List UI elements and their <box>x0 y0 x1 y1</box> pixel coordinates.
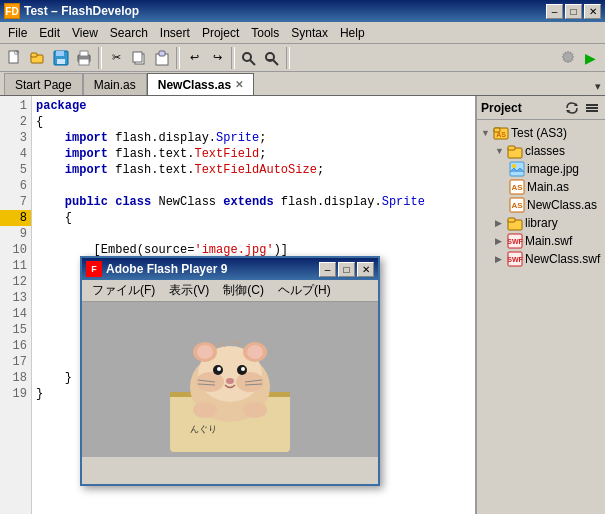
line-13: 13 <box>0 290 31 306</box>
toolbar: ✂ ↩ ↪ ▶ <box>0 44 605 72</box>
code-line-1: package <box>36 98 471 114</box>
tab-scroll-arrow[interactable]: ▾ <box>591 78 605 95</box>
minimize-button[interactable]: – <box>546 4 563 19</box>
menu-view[interactable]: View <box>66 23 104 43</box>
menu-project[interactable]: Project <box>196 23 245 43</box>
project-settings-btn[interactable] <box>583 99 601 117</box>
svg-point-42 <box>243 402 267 418</box>
flash-menu-control[interactable]: 制御(C) <box>217 280 270 301</box>
folder-library-icon <box>507 215 523 231</box>
tb-new[interactable] <box>4 47 26 69</box>
tree-label-newclass-as: NewClass.as <box>527 198 597 212</box>
svg-point-41 <box>193 402 217 418</box>
tab-start-page[interactable]: Start Page <box>4 73 83 95</box>
tb-search-files[interactable] <box>261 47 283 69</box>
tb-cut[interactable]: ✂ <box>105 47 127 69</box>
menu-bar: File Edit View Search Insert Project Too… <box>0 22 605 44</box>
code-line-9 <box>36 226 471 242</box>
tb-settings[interactable] <box>557 47 579 69</box>
tb-separator-3 <box>231 47 235 69</box>
menu-tools[interactable]: Tools <box>245 23 285 43</box>
tb-save[interactable] <box>50 47 72 69</box>
tree-expand-library[interactable]: ▶ <box>495 218 505 228</box>
maximize-button[interactable]: □ <box>565 4 582 19</box>
line-7: 7 <box>0 194 31 210</box>
menu-edit[interactable]: Edit <box>33 23 66 43</box>
tab-newclass-as[interactable]: NewClass.as ✕ <box>147 73 254 95</box>
tb-undo[interactable]: ↩ <box>183 47 205 69</box>
menu-search[interactable]: Search <box>104 23 154 43</box>
code-line-3: import flash.display.Sprite; <box>36 130 471 146</box>
tree-expand-classes[interactable]: ▼ <box>495 146 505 156</box>
svg-rect-46 <box>586 107 598 109</box>
main-as-icon: AS <box>509 179 525 195</box>
tree-item-image[interactable]: image.jpg <box>479 160 603 178</box>
folder-classes-icon <box>507 143 523 159</box>
flash-title-text: F Adobe Flash Player 9 <box>86 261 227 277</box>
tb-redo[interactable]: ↪ <box>206 47 228 69</box>
project-root-icon: AS <box>493 125 509 141</box>
tree-item-project[interactable]: ▼ AS Test (AS3) <box>479 124 603 142</box>
flash-maximize-btn[interactable]: □ <box>338 262 355 277</box>
code-line-4: import flash.text.TextField; <box>36 146 471 162</box>
line-14: 14 <box>0 306 31 322</box>
tree-expand-newclass-swf[interactable]: ▶ <box>495 254 505 264</box>
tb-open[interactable] <box>27 47 49 69</box>
tree-item-newclass-as[interactable]: AS NewClass.as <box>479 196 603 214</box>
tree-item-classes[interactable]: ▼ classes <box>479 142 603 160</box>
flash-minimize-btn[interactable]: – <box>319 262 336 277</box>
menu-syntax[interactable]: Syntax <box>285 23 334 43</box>
project-refresh-btn[interactable] <box>563 99 581 117</box>
tree-item-newclass-swf[interactable]: ▶ SWF NewClass.swf <box>479 250 603 268</box>
svg-rect-7 <box>57 59 65 64</box>
line-12: 12 <box>0 274 31 290</box>
flash-content: んぐり <box>82 302 378 457</box>
menu-insert[interactable]: Insert <box>154 23 196 43</box>
app-title: Test – FlashDevelop <box>24 4 139 18</box>
svg-point-26 <box>196 372 224 392</box>
title-bar: FD Test – FlashDevelop – □ ✕ <box>0 0 605 22</box>
tree-item-library[interactable]: ▶ library <box>479 214 603 232</box>
close-button[interactable]: ✕ <box>584 4 601 19</box>
tb-find[interactable] <box>238 47 260 69</box>
flash-close-btn[interactable]: ✕ <box>357 262 374 277</box>
line-6: 6 <box>0 178 31 194</box>
svg-rect-9 <box>80 51 88 56</box>
line-1: 1 <box>0 98 31 114</box>
tb-copy[interactable] <box>128 47 150 69</box>
flash-menu-file[interactable]: ファイル(F) <box>86 280 161 301</box>
line-17: 17 <box>0 354 31 370</box>
tree-expand-main-swf[interactable]: ▶ <box>495 236 505 246</box>
svg-text:AS: AS <box>496 131 506 138</box>
tree-item-main-as[interactable]: AS Main.as <box>479 178 603 196</box>
tb-print[interactable] <box>73 47 95 69</box>
tab-newclass-as-label: NewClass.as <box>158 78 231 92</box>
tab-main-as-label: Main.as <box>94 78 136 92</box>
menu-file[interactable]: File <box>2 23 33 43</box>
tab-close-icon[interactable]: ✕ <box>235 79 243 90</box>
flash-player-window[interactable]: F Adobe Flash Player 9 – □ ✕ ファイル(F) 表示(… <box>80 256 380 486</box>
line-16: 16 <box>0 338 31 354</box>
tree-expand-project[interactable]: ▼ <box>481 128 491 138</box>
line-19: 19 <box>0 386 31 402</box>
image-file-icon <box>509 161 525 177</box>
flash-menu-view[interactable]: 表示(V) <box>163 280 215 301</box>
svg-point-27 <box>236 372 264 392</box>
svg-rect-4 <box>31 53 37 57</box>
tb-paste[interactable] <box>151 47 173 69</box>
editor-area[interactable]: 1 2 3 4 5 6 7 8 9 10 11 12 13 14 15 16 1… <box>0 96 475 514</box>
menu-help[interactable]: Help <box>334 23 371 43</box>
tree-label-main-as: Main.as <box>527 180 569 194</box>
svg-text:SWF: SWF <box>507 256 523 263</box>
tree-item-main-swf[interactable]: ▶ SWF Main.swf <box>479 232 603 250</box>
line-3: 3 <box>0 130 31 146</box>
flash-menu-help[interactable]: ヘルプ(H) <box>272 280 337 301</box>
flash-title-buttons: – □ ✕ <box>319 262 374 277</box>
flash-app-icon: F <box>86 261 102 277</box>
tb-run[interactable]: ▶ <box>579 47 601 69</box>
svg-text:AS: AS <box>511 201 523 210</box>
svg-rect-47 <box>586 110 598 112</box>
tab-main-as[interactable]: Main.as <box>83 73 147 95</box>
svg-text:んぐり: んぐり <box>190 424 217 434</box>
title-bar-buttons: – □ ✕ <box>546 4 601 19</box>
